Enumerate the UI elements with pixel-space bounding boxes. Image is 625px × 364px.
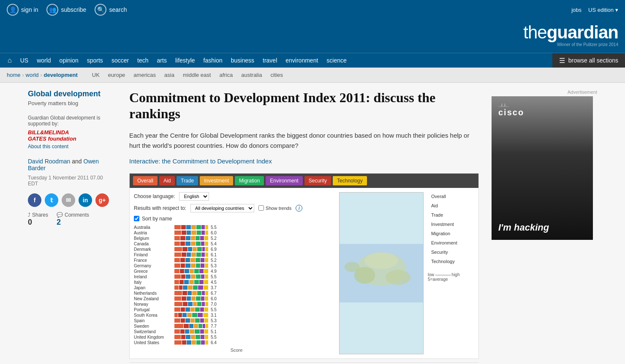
interactive-link[interactable]: Interactive: the Commitment to Developme… (129, 158, 479, 165)
legend-trade[interactable]: Trade (428, 211, 474, 219)
legend-area: Overall Aid Trade Investment Migration E… (424, 192, 474, 354)
table-row: Norway 7.0 (134, 302, 339, 307)
show-trends-checkbox[interactable]: Show trends (258, 205, 291, 211)
tab-investment[interactable]: Investment (200, 176, 233, 185)
geo-uk[interactable]: UK (88, 68, 104, 82)
browse-all-sections-button[interactable]: ☰ browse all sections (552, 53, 625, 68)
search-icon: 🔍 (95, 4, 106, 16)
breadcrumb-world[interactable]: world (26, 72, 39, 78)
jobs-link[interactable]: jobs (571, 7, 582, 13)
shares-label: ⤴ Shares (28, 212, 48, 218)
nav-soccer[interactable]: soccer (107, 54, 133, 67)
breadcrumb-home[interactable]: home (7, 72, 21, 78)
nav-world[interactable]: world (33, 54, 55, 67)
nav-opinion[interactable]: opinion (55, 54, 83, 67)
geo-cities[interactable]: cities (266, 68, 287, 82)
chart-bar (174, 307, 208, 312)
table-row: Germany 5.3 (134, 263, 339, 268)
legend-overall[interactable]: Overall (428, 192, 474, 201)
nav-fashion[interactable]: fashion (199, 54, 227, 67)
geo-africa[interactable]: africa (215, 68, 237, 82)
nav-tech[interactable]: tech (133, 54, 152, 67)
linkedin-share-button[interactable]: in (79, 193, 92, 207)
nav-arts[interactable]: arts (153, 54, 171, 67)
advertisement-label: Advertisement (492, 90, 597, 95)
chart-bar (174, 329, 208, 334)
legend-investment[interactable]: Investment (428, 220, 474, 228)
nav-environment[interactable]: environment (281, 54, 322, 67)
nav-science[interactable]: science (322, 54, 351, 67)
show-trends-label: Show trends (266, 206, 291, 211)
publish-date: Tuesday 1 November 2011 07.00 EDT (28, 175, 112, 187)
search-label: search (109, 6, 127, 13)
subscribe-icon: 👥 (46, 4, 58, 16)
chart-area: Choose language: English Results with re… (134, 192, 339, 354)
table-row: Switzerland 5.1 (134, 329, 339, 334)
scale-legend: low ———— high5=average (428, 272, 474, 282)
show-trends-input[interactable] (258, 205, 264, 211)
tab-migration[interactable]: Migration (235, 176, 264, 185)
world-map (339, 192, 424, 354)
chart-bar (174, 280, 208, 284)
legend-migration[interactable]: Migration (428, 229, 474, 238)
tab-environment[interactable]: Environment (266, 176, 302, 185)
legend-aid[interactable]: Aid (428, 201, 474, 210)
twitter-share-button[interactable]: 𝕥 (45, 193, 58, 207)
chevron-down-icon: ▾ (615, 7, 618, 13)
main-nav: ⌂ US world opinion sports soccer tech ar… (0, 53, 625, 68)
author1-link[interactable]: David Roodman (28, 158, 70, 165)
googleplus-share-button[interactable]: g+ (95, 193, 109, 207)
breadcrumb-current[interactable]: development (44, 72, 78, 78)
geo-europe[interactable]: europe (104, 68, 129, 82)
social-buttons: f 𝕥 ✉ in g+ (28, 193, 112, 207)
ad-image: ..i.i.. cisco I'm hacking (492, 96, 593, 240)
about-content-link[interactable]: About this content (28, 144, 112, 149)
nav-sports[interactable]: sports (83, 54, 107, 67)
table-row: France 5.2 (134, 258, 339, 263)
interactive-widget: Overall Aid Trade Investment Migration E… (129, 173, 479, 359)
geo-asia[interactable]: asia (160, 68, 179, 82)
email-share-button[interactable]: ✉ (62, 193, 75, 207)
sign-in-button[interactable]: 👤 sign in (7, 4, 38, 16)
facebook-share-button[interactable]: f (28, 193, 41, 207)
tab-trade[interactable]: Trade (177, 176, 198, 185)
geo-australia[interactable]: australia (237, 68, 266, 82)
shares-block: ⤴ Shares 0 (28, 212, 48, 227)
table-row: Australia 5.5 (134, 225, 339, 230)
nav-lifestyle[interactable]: lifestyle (171, 54, 199, 67)
nav-business[interactable]: business (227, 54, 258, 67)
legend-environment[interactable]: Environment (428, 239, 474, 247)
section-title: Global development (28, 90, 112, 98)
results-controls: Results with respect to: All developing … (134, 204, 339, 212)
edition-selector[interactable]: US edition ▾ (588, 7, 618, 13)
search-button[interactable]: 🔍 search (95, 4, 127, 16)
legend-security[interactable]: Security (428, 248, 474, 256)
language-select[interactable]: English (179, 192, 209, 201)
tab-technology[interactable]: Technology (333, 176, 367, 185)
tab-aid[interactable]: Aid (159, 176, 175, 185)
table-row: United States 6.4 (134, 340, 339, 345)
sort-checkbox[interactable] (134, 216, 139, 221)
home-icon[interactable]: ⌂ (3, 53, 16, 68)
user-icon: 👤 (7, 4, 19, 16)
nav-travel[interactable]: travel (258, 54, 281, 67)
comments-block: 💬 Comments 2 (57, 212, 89, 227)
results-select[interactable]: All developing countries (190, 204, 254, 212)
nav-us[interactable]: US (16, 54, 33, 67)
tab-overall[interactable]: Overall (133, 176, 158, 185)
site-logo[interactable]: theguardian (523, 24, 618, 41)
interactive-body: Choose language: English Results with re… (130, 188, 478, 359)
legend-technology[interactable]: Technology (428, 257, 474, 266)
geo-americas[interactable]: americas (129, 68, 160, 82)
breadcrumb-sep1: › (22, 72, 24, 78)
top-bar-right: jobs US edition ▾ (571, 7, 618, 13)
subscribe-button[interactable]: 👥 subscribe (46, 4, 86, 16)
svg-point-3 (386, 270, 410, 285)
chart-bar (174, 318, 208, 323)
geo-middle-east[interactable]: middle east (179, 68, 215, 82)
chart-bar (174, 335, 208, 339)
ad-box[interactable]: ..i.i.. cisco I'm hacking (492, 96, 593, 240)
info-icon[interactable]: i (296, 205, 302, 212)
tab-security[interactable]: Security (304, 176, 331, 185)
comments-count: 2 (57, 218, 61, 227)
